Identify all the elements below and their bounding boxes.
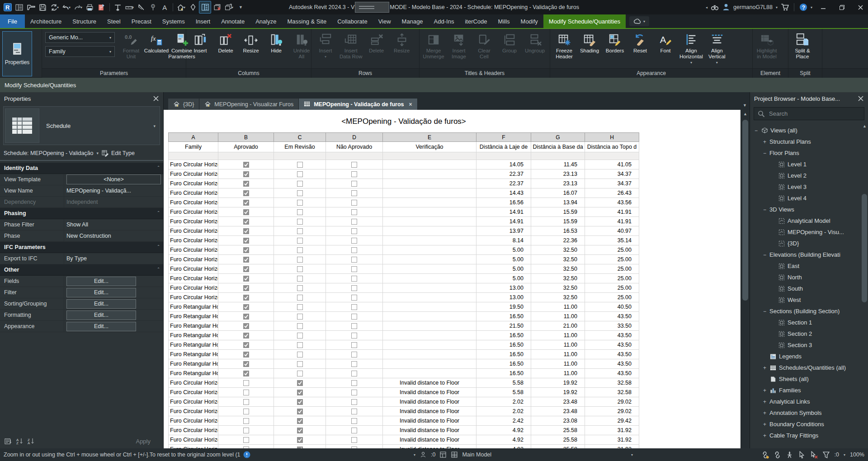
cell-distance[interactable]: 11.00 — [531, 312, 585, 321]
collapse-section-icon[interactable]: ˆ — [158, 167, 159, 169]
cell-checkbox[interactable] — [274, 198, 326, 207]
cell-family[interactable]: Furo Circular Horizo — [168, 236, 218, 245]
cell-checkbox[interactable] — [274, 378, 326, 388]
cell-checkbox[interactable] — [326, 236, 383, 245]
checkbox-checked[interactable] — [243, 200, 249, 206]
tree-item-annotation-symbols[interactable]: +Annotation Symbols — [750, 407, 868, 419]
checkbox-unchecked[interactable] — [297, 304, 303, 310]
cell-family[interactable]: Furo Circular Horizo — [168, 416, 218, 426]
resize-button[interactable]: Resize — [238, 30, 264, 54]
scroll-up-icon[interactable]: ▲ — [741, 110, 750, 118]
cell-checkbox[interactable] — [218, 264, 274, 274]
collapse-toolbar-icon[interactable]: ◂ — [706, 5, 708, 9]
close-view-tab-icon[interactable]: × — [409, 101, 412, 108]
worksharing-status-icon[interactable] — [761, 451, 769, 459]
cell-checkbox[interactable] — [326, 226, 383, 236]
type-selector-chevron-icon[interactable]: ▾ — [153, 124, 156, 128]
cell-distance[interactable]: 43.50 — [585, 350, 639, 359]
cell-family[interactable]: Furo Retangular Hor — [168, 359, 218, 369]
cell-checkbox[interactable] — [218, 359, 274, 369]
cell-checkbox[interactable] — [274, 416, 326, 426]
checkbox-unchecked[interactable] — [297, 181, 303, 187]
properties-button[interactable]: Properties — [2, 31, 32, 76]
cell-checkbox[interactable] — [218, 226, 274, 236]
checkbox-checked[interactable] — [243, 342, 249, 348]
filter-icon[interactable] — [822, 451, 830, 459]
expand-icon[interactable]: + — [762, 399, 767, 405]
tag-by-category-icon[interactable]: 0 — [147, 1, 159, 13]
tree-item-section-3[interactable]: Section 3 — [750, 339, 868, 351]
cell-distance[interactable]: 33.50 — [585, 321, 639, 331]
cell-distance[interactable]: 31.92 — [585, 426, 639, 435]
cell-verificacao[interactable] — [383, 160, 476, 169]
cell-checkbox[interactable] — [274, 283, 326, 293]
cell-distance[interactable]: 21.50 — [476, 321, 531, 331]
ribbon-tab-structure[interactable]: Structure — [67, 14, 102, 28]
cell-distance[interactable]: 13.00 — [476, 283, 531, 293]
checkbox-unchecked[interactable] — [351, 418, 357, 424]
checkbox-checked[interactable] — [243, 304, 249, 310]
checkbox-unchecked[interactable] — [351, 333, 357, 339]
checkbox-checked[interactable] — [243, 219, 249, 225]
export-icon[interactable] — [96, 1, 107, 13]
cell-checkbox[interactable] — [274, 397, 326, 407]
cell-family[interactable]: Furo Retangular Hor — [168, 350, 218, 359]
cell-distance[interactable]: 21.00 — [531, 321, 585, 331]
type-selector[interactable]: Schedule ▾ — [3, 106, 160, 145]
checkbox-unchecked[interactable] — [297, 238, 303, 244]
checkbox-checked[interactable] — [243, 266, 249, 272]
edit-button[interactable]: Edit... — [66, 288, 136, 297]
edit-button[interactable]: Edit... — [66, 310, 136, 320]
cell-distance[interactable]: 25.00 — [585, 245, 639, 255]
schedule-canvas[interactable]: <MEPOpening - Validação de furos> ABCDEF… — [164, 110, 741, 448]
cell-checkbox[interactable] — [326, 274, 383, 283]
cell-distance[interactable]: 19.50 — [476, 302, 531, 312]
column-letter[interactable]: C — [274, 132, 326, 142]
cell-distance[interactable]: 40.97 — [585, 226, 639, 236]
cell-checkbox[interactable] — [326, 169, 383, 179]
help-icon[interactable]: ? — [799, 1, 807, 13]
checkbox-checked[interactable] — [297, 428, 303, 433]
cell-checkbox[interactable] — [218, 207, 274, 217]
cell-family[interactable]: Furo Circular Horizo — [168, 378, 218, 388]
cell-checkbox[interactable] — [326, 207, 383, 217]
cell-family[interactable]: Furo Circular Horizo — [168, 217, 218, 226]
undo-icon[interactable]: ▾ — [61, 1, 72, 13]
checkbox-unchecked[interactable] — [351, 304, 357, 310]
close-button[interactable] — [853, 0, 868, 14]
cell-checkbox[interactable] — [326, 331, 383, 340]
user-menu-chevron-icon[interactable]: ▾ — [776, 5, 778, 9]
cell-distance[interactable]: 5.00 — [476, 264, 531, 274]
cell-distance[interactable]: 43.56 — [585, 198, 639, 207]
switch-windows-icon[interactable] — [199, 1, 211, 14]
instance-selector-chevron-icon[interactable]: ▾ — [97, 151, 99, 155]
cell-distance[interactable]: 5.00 — [476, 274, 531, 283]
tree-scrollbar-thumb[interactable] — [862, 194, 867, 302]
store-cart-icon[interactable] — [781, 1, 789, 13]
properties-toggle-icon[interactable] — [5, 437, 12, 445]
tree-item-3d-views[interactable]: −3D Views — [750, 204, 868, 215]
close-icon[interactable] — [153, 95, 159, 102]
user-avatar-icon[interactable] — [722, 1, 730, 13]
view-tab-mepopening-visualizar-furos[interactable]: MEPOpening - Visualizar Furos — [199, 99, 299, 110]
cell-distance[interactable]: 16.56 — [476, 198, 531, 207]
zoom-chevron-icon[interactable]: ▾ — [844, 453, 845, 457]
select-elements-icon[interactable] — [798, 451, 806, 459]
cell-checkbox[interactable] — [218, 302, 274, 312]
checkbox-checked[interactable] — [297, 380, 303, 386]
checkbox-checked[interactable] — [243, 162, 249, 168]
align-horizontal-button[interactable]: Align Horizontal▾ — [678, 30, 704, 66]
cell-family[interactable]: Furo Retangular Hor — [168, 321, 218, 331]
worksets-chevron-icon[interactable]: ▾ — [414, 453, 415, 457]
ribbon-tab-steel[interactable]: Steel — [102, 14, 126, 28]
tree-item-structural-plans[interactable]: +Structural Plans — [750, 136, 868, 147]
checkbox-checked[interactable] — [243, 190, 249, 196]
property-value[interactable]: Edit... — [64, 287, 163, 298]
cell-family[interactable]: Furo Circular Horizo — [168, 169, 218, 179]
cell-checkbox[interactable] — [326, 255, 383, 264]
cell-distance[interactable]: 41.91 — [585, 207, 639, 217]
checkbox-unchecked[interactable] — [297, 323, 303, 329]
cell-checkbox[interactable] — [218, 312, 274, 321]
cell-distance[interactable]: 4.92 — [476, 426, 531, 435]
tree-item-boundary-conditions[interactable]: +Boundary Conditions — [750, 419, 868, 430]
